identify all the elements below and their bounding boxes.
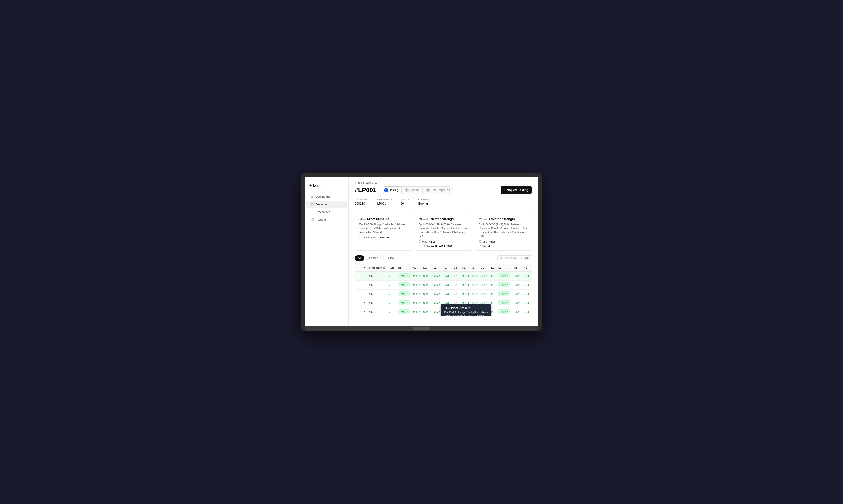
row-1-l1: Pass ▾ xyxy=(497,271,512,281)
row-3-l1: Pass ▾ xyxy=(497,289,512,299)
card-c1b-unit: ⓘ Unit: Amps xyxy=(479,240,529,243)
row-2-tested-by: 👤 xyxy=(531,281,532,289)
row-2-n1: 0.23 xyxy=(522,281,531,289)
row-5-m1: 0.123 xyxy=(512,307,522,317)
row-5-num: 5 xyxy=(362,307,367,317)
pass-label: Pass xyxy=(400,302,406,304)
chevron-down-icon: ▾ xyxy=(407,275,408,277)
table-row: 2 6001 ✓ Pass ▾ 0.412 0.151 0. xyxy=(355,281,532,289)
row-1-c1: 0.412 xyxy=(411,271,422,281)
meta-info: Part Number 000110 License Plate LP001 Q… xyxy=(355,198,532,209)
table-header: # Temporary ID Pass B1 C1 D1 E1 F1 G1 H1… xyxy=(355,264,532,271)
row-5-c1: 0.412 xyxy=(411,307,422,317)
row-4-e1: 0.435 xyxy=(432,299,442,307)
row-5-d1: 0.151 xyxy=(422,307,432,317)
row-3-k1: 0.1 xyxy=(489,289,497,299)
filter-failed-button[interactable]: Failed xyxy=(383,255,397,261)
header-row: # Temporary ID Pass B1 C1 D1 E1 F1 G1 H1… xyxy=(355,264,532,271)
header-temp-id: Temporary ID xyxy=(367,264,387,271)
step-markup[interactable]: 2 Markup xyxy=(401,186,423,194)
chevron-down-icon-l1: ▾ xyxy=(507,275,508,277)
step-2-label: Markup xyxy=(410,188,419,192)
complete-testing-button[interactable]: Complete Testing xyxy=(500,186,532,194)
row-2-m1: 0.123 xyxy=(512,281,522,289)
row-4-b1-dropdown[interactable]: Pass ▾ xyxy=(398,301,410,305)
step-final-inspection[interactable]: 3 Final Inspection xyxy=(423,186,453,194)
row-4-n1: 0.23 xyxy=(522,299,531,307)
card-c1b-max: ⊙ Max: 2 xyxy=(479,244,529,247)
row-1-temp-id: 6001 xyxy=(367,271,387,281)
row-4-c1: 0.412 xyxy=(411,299,422,307)
row-4-checkbox[interactable] xyxy=(358,301,360,304)
card-c1a-unit-label: Unit: xyxy=(422,240,427,243)
row-2-b1-dropdown[interactable]: Pass ▾ xyxy=(398,283,410,287)
step-1-number: 1 xyxy=(384,188,388,192)
table-row: 3 6001 ✓ Pass ▾ 0.412 0.151 0. xyxy=(355,289,532,299)
filter-passed-button[interactable]: Passed xyxy=(366,255,381,261)
meta-part-number: Part Number 000110 xyxy=(355,198,368,205)
search-shortcut: ⌘K xyxy=(524,257,530,260)
row-5-checkbox[interactable] xyxy=(358,310,360,313)
chevron-down-icon: ▾ xyxy=(507,311,508,313)
filter-all-button[interactable]: All xyxy=(355,255,364,261)
row-1-l1-dropdown[interactable]: Pass ▾ xyxy=(498,273,510,278)
sidebar-item-reports[interactable]: 📋 Reports xyxy=(307,216,347,223)
row-1-b1: Pass ▾ xyxy=(396,271,412,281)
row-3-b1-dropdown[interactable]: Pass ▾ xyxy=(398,291,410,296)
card-c1a-unit-value: Amps xyxy=(429,240,435,243)
row-5-l1-dropdown[interactable]: Pass ▾ xyxy=(498,309,510,314)
step-testing[interactable]: 1 Testing xyxy=(381,186,401,194)
back-link[interactable]: ‹ Back to Overview xyxy=(355,181,532,184)
sidebar-item-dashboard[interactable]: ▦ Dashboard xyxy=(307,193,347,200)
row-3-f1: 0.132 xyxy=(442,289,452,299)
row-3-tested-by: 👤 xyxy=(531,289,532,299)
tooltip-title: B1 — Proof Pressure xyxy=(444,307,488,310)
logo-icon: ✦ xyxy=(309,184,312,187)
card-c1a-range: ⊙ Range: 0.233–0.455 Amps xyxy=(419,244,468,247)
row-2-temp-id: 6001 xyxy=(367,281,387,289)
row-5-pass-check: ✓ xyxy=(387,307,396,317)
test-cards: B1 — Proof Pressure 200 PSIG To Plunger … xyxy=(355,214,532,251)
pass-label: Pass xyxy=(500,302,506,304)
row-2-checkbox[interactable] xyxy=(358,283,360,286)
row-2-e1: 0.435 xyxy=(432,281,442,289)
row-4-l1-dropdown[interactable]: Pass ▾ xyxy=(498,301,510,305)
row-1-b1-dropdown[interactable]: Pass ▾ xyxy=(398,273,410,278)
card-b1-requirement: ⊙ Requirement: Pass/Fail xyxy=(359,236,408,239)
select-all-checkbox[interactable] xyxy=(358,266,360,269)
pass-label: Pass xyxy=(500,292,506,295)
row-3-l1-dropdown[interactable]: Pass ▾ xyxy=(498,291,510,296)
row-1-checkbox[interactable] xyxy=(358,274,360,277)
card-b1-req-label: Requirement: xyxy=(362,236,377,239)
sidebar-item-procedures[interactable]: ☰ Procedures xyxy=(307,208,347,216)
sidebar-item-label: Dashboard xyxy=(316,195,330,198)
chevron-down-icon: ▾ xyxy=(507,284,508,286)
checkmark-icon: ✓ xyxy=(389,310,391,313)
card-c1b-max-label: Max: xyxy=(482,244,487,247)
row-3-checkbox[interactable] xyxy=(358,292,360,295)
search-box[interactable]: 🔍 Temporary ID # ⌘K xyxy=(497,255,532,261)
row-5-tested-by: 👤 xyxy=(531,307,532,317)
row-5-b1-dropdown[interactable]: Pass ▾ xyxy=(398,309,410,314)
row-1-k1: 0.1 xyxy=(489,271,497,281)
row-3-n1: 0.23 xyxy=(522,289,531,299)
sidebar-item-sessions[interactable]: ⊡ Sessions xyxy=(307,201,347,208)
checkmark-icon: ✓ xyxy=(389,274,391,278)
unit-icon-b: ⓘ xyxy=(479,240,481,243)
row-1-f1: 0.132 xyxy=(442,271,452,281)
row-2-l1-dropdown[interactable]: Pass ▾ xyxy=(498,283,510,287)
row-1-n1: 0.23 xyxy=(522,271,531,281)
sidebar: ✦ Lumin ▦ Dashboard ⊡ Sessions ☰ Procedu… xyxy=(305,177,349,326)
card-c1a-range-label: Range: xyxy=(422,244,430,247)
row-3-j1: 0.424 xyxy=(479,289,489,299)
row-3-pass-check: ✓ xyxy=(387,289,396,299)
chevron-down-icon: ▾ xyxy=(407,293,408,295)
customer-value: Boeing xyxy=(418,202,428,205)
header-m1: M1 xyxy=(512,264,522,271)
card-c1-a: C1 — Dielectric Strength Apply 500VAC (R… xyxy=(415,214,472,251)
part-number-value: 000110 xyxy=(355,202,365,205)
row-2-i1: 0.44 xyxy=(471,281,479,289)
card-c1a-title: C1 — Dielectric Strength xyxy=(419,217,468,221)
row-1-g1: 0.41 xyxy=(452,271,461,281)
max-icon: ⊙ xyxy=(479,244,481,247)
